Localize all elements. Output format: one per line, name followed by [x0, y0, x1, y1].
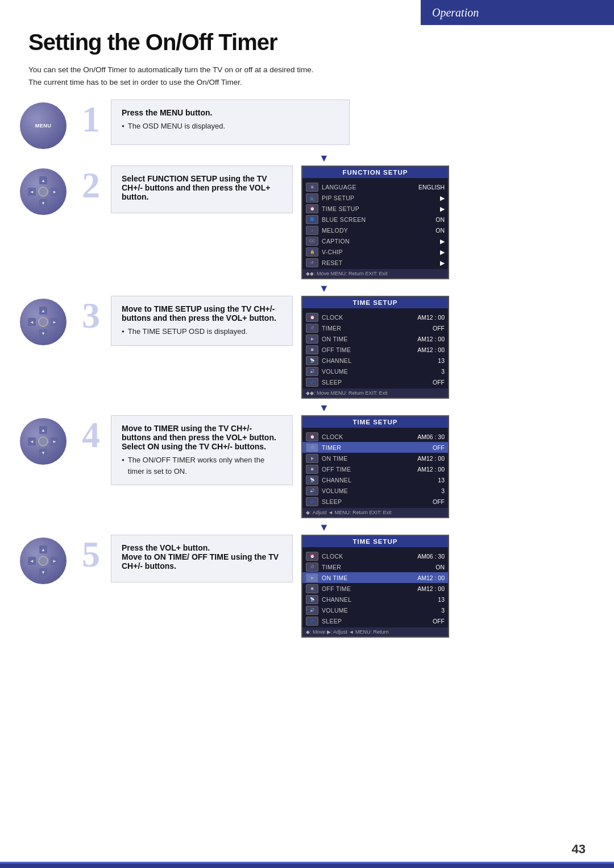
osd4-label-5: VOLUME	[322, 487, 410, 494]
osd2-icon-5: CC	[306, 237, 318, 246]
step-3: ▲ ▼ ◄ ► 3 Move to TIME SETUP using the T…	[17, 296, 597, 399]
arrow-right-3: ►	[51, 318, 59, 326]
osd4-icon-6: 💤	[306, 497, 318, 506]
osd5-label-1: TIMER	[322, 564, 410, 571]
osd4-label-0: CLOCK	[322, 433, 410, 440]
step2-osd: FUNCTION SETUP 🖥 LANGUAGE ENGLISH 📺 PIP …	[301, 166, 449, 279]
step4-remote-area: ▲ ▼ ◄ ►	[17, 415, 74, 465]
osd5-icon-1: ⏱	[306, 563, 318, 572]
arrow-4-5: ▼	[51, 522, 597, 534]
step5-osd-title: TIME SETUP	[302, 536, 448, 547]
step-5: ▲ ▼ ◄ ► 5 Press the VOL+ button. Move to…	[17, 535, 597, 638]
page-number: 43	[572, 842, 586, 857]
osd3-row-4: 📡 CHANNEL 13	[302, 355, 448, 366]
intro-line2: The current time has to be set in order …	[28, 76, 586, 89]
osd4-label-6: SLEEP	[322, 498, 410, 505]
osd5-icon-4: 📡	[306, 595, 318, 604]
osd3-icon-3: ⏹	[306, 345, 318, 354]
arrow-down-4: ▼	[39, 449, 47, 457]
osd2-label-0: LANGUAGE	[322, 184, 410, 191]
step5-footer-text: ◆: Move ▶: Adjust ◄ MENU: Return	[306, 629, 388, 635]
step3-title: Move to TIME SETUP using the TV CH+/- bu…	[122, 304, 282, 323]
osd3-icon-2: ▶	[306, 334, 318, 344]
osd4-row-6: 💤 SLEEP OFF	[302, 496, 448, 507]
step4-footer-text: ◆: Adjust ◄ MENU: Return EXIT: Exit	[306, 510, 391, 515]
osd5-label-6: SLEEP	[322, 618, 410, 625]
osd4-value-2: AM12 : 00	[410, 455, 445, 462]
arrow-right-4: ►	[51, 437, 59, 445]
step3-footer-text: ◆◆: Move MENU: Return EXIT: Exit	[306, 390, 388, 396]
step2-footer-text: ◆◆: Move MENU: Return EXIT: Exit	[306, 271, 388, 276]
step2-osd-body: 🖥 LANGUAGE ENGLISH 📺 PIP SETUP ▶ ⏰ TIME …	[302, 178, 448, 269]
osd3-label-4: CHANNEL	[322, 357, 410, 364]
osd3-row-0: ⏰ CLOCK AM12 : 00	[302, 312, 448, 323]
osd2-icon-0: 🖥	[306, 183, 318, 192]
osd5-value-0: AM06 : 30	[410, 553, 445, 560]
osd2-value-7: ▶	[410, 259, 445, 266]
osd4-value-4: 13	[410, 477, 445, 483]
osd4-value-0: AM06 : 30	[410, 433, 445, 440]
osd5-row-1: ⏱ TIMER ON	[302, 561, 448, 572]
osd2-label-1: PIP SETUP	[322, 195, 410, 201]
osd3-row-6: 💤 SLEEP OFF	[302, 377, 448, 387]
arrow-down-5: ▼	[39, 568, 47, 576]
osd5-row-6: 💤 SLEEP OFF	[302, 615, 448, 626]
remote-arrows-4: ▲ ▼ ◄ ►	[28, 426, 59, 457]
osd2-label-4: MELODY	[322, 227, 410, 234]
step5-osd-footer: ◆: Move ▶: Adjust ◄ MENU: Return	[302, 627, 448, 636]
osd4-value-6: OFF	[410, 498, 445, 505]
osd4-icon-4: 📡	[306, 476, 318, 485]
bottom-bar	[0, 863, 614, 868]
remote-circle-4: ▲ ▼ ◄ ►	[20, 418, 67, 465]
osd2-icon-1: 📺	[306, 193, 318, 202]
step1-number: 1	[74, 100, 108, 139]
osd4-value-5: 3	[410, 487, 445, 494]
step5-title: Press the VOL+ button. Move to ON TIME/ …	[122, 543, 282, 571]
osd2-value-6: ▶	[410, 249, 445, 255]
step3-remote-area: ▲ ▼ ◄ ►	[17, 296, 74, 345]
osd4-row-0: ⏰ CLOCK AM06 : 30	[302, 431, 448, 442]
osd5-value-6: OFF	[410, 618, 445, 625]
osd4-label-4: CHANNEL	[322, 477, 410, 483]
osd4-row-1: ⏱ TIMER OFF	[302, 442, 448, 453]
osd4-icon-3: ⏹	[306, 465, 318, 474]
step4-title: Move to TIMER using the TV CH+/- buttons…	[122, 424, 282, 451]
arrow-up-2: ▲	[39, 176, 47, 184]
osd3-label-3: OFF TIME	[322, 346, 410, 353]
osd2-icon-3: 🔵	[306, 215, 318, 224]
osd3-icon-0: ⏰	[306, 313, 318, 322]
osd2-label-5: CAPTION	[322, 238, 410, 245]
osd5-icon-0: ⏰	[306, 552, 318, 561]
step2-osd-title: FUNCTION SETUP	[302, 167, 448, 178]
osd5-value-4: 13	[410, 596, 445, 603]
osd3-row-1: ⏱ TIMER OFF	[302, 323, 448, 333]
remote-circle-2: ▲ ▼ ◄ ►	[20, 168, 67, 215]
step1-title: Press the MENU button.	[122, 108, 339, 117]
step3-osd-body: ⏰ CLOCK AM12 : 00 ⏱ TIMER OFF ▶ ON TIME …	[302, 308, 448, 388]
osd2-label-6: V-CHIP	[322, 249, 410, 255]
osd3-value-2: AM12 : 00	[410, 336, 445, 342]
osd3-icon-5: 🔊	[306, 367, 318, 376]
osd5-row-3: ⏹ OFF TIME AM12 : 00	[302, 583, 448, 594]
osd2-value-2: ▶	[410, 205, 445, 212]
osd5-value-5: 3	[410, 607, 445, 614]
step4-osd: TIME SETUP ⏰ CLOCK AM06 : 30 ⏱ TIMER OFF…	[301, 415, 449, 518]
osd2-row-2: ⏰ TIME SETUP ▶	[302, 203, 448, 214]
osd2-row-1: 📺 PIP SETUP ▶	[302, 192, 448, 203]
menu-label: MENU	[35, 123, 52, 129]
remote-circle-3: ▲ ▼ ◄ ►	[20, 299, 67, 345]
remote-circle-1: MENU	[20, 102, 67, 149]
osd2-icon-2: ⏰	[306, 204, 318, 213]
step3-osd-title: TIME SETUP	[302, 297, 448, 308]
step-2: ▲ ▼ ◄ ► 2 Select FUNCTION SETUP using th…	[17, 166, 597, 279]
center-btn-4	[38, 436, 48, 447]
osd2-label-7: RESET	[322, 259, 410, 266]
center-btn-3	[38, 317, 48, 327]
arrow-1-2: ▼	[51, 152, 597, 164]
step5-osd: TIME SETUP ⏰ CLOCK AM06 : 30 ⏱ TIMER ON …	[301, 535, 449, 638]
osd2-icon-7: ↺	[306, 258, 318, 267]
osd5-row-0: ⏰ CLOCK AM06 : 30	[302, 551, 448, 561]
arrow-up-5: ▲	[39, 545, 47, 553]
intro-area: You can set the On/Off Timer to automati…	[28, 64, 586, 89]
osd3-label-0: CLOCK	[322, 314, 410, 321]
